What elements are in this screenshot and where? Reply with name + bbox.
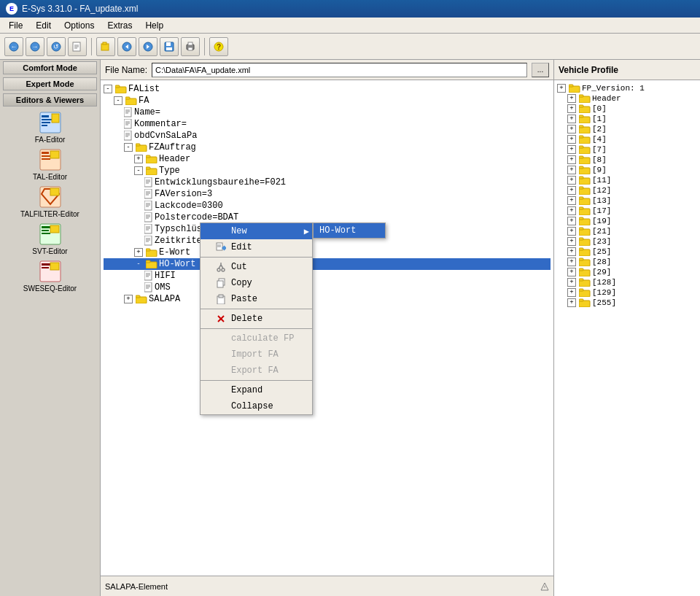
right-tree-item-13[interactable]: + [13] xyxy=(557,196,697,206)
right-tree-header[interactable]: + Header xyxy=(557,93,697,104)
submenu-howort[interactable]: HO-Wort xyxy=(314,223,385,238)
right-tree-item-1[interactable]: + [1] xyxy=(557,114,697,124)
right-tree-item-11[interactable]: + [11] xyxy=(557,175,697,185)
tree-node-fa[interactable]: - FA xyxy=(104,95,551,107)
right-tree-item-0[interactable]: + [0] xyxy=(557,104,697,114)
right-tree-item-4[interactable]: + [4] xyxy=(557,134,697,144)
tree-node-type[interactable]: - Type xyxy=(104,165,551,177)
ctx-delete[interactable]: Delete xyxy=(201,311,312,327)
right-tree-item-9[interactable]: + [9] xyxy=(557,165,697,175)
expand-salapa[interactable]: + xyxy=(124,295,133,303)
tree-node-polster[interactable]: Polstercode=BDAT xyxy=(104,212,551,223)
ctx-edit[interactable]: Edit xyxy=(201,239,312,255)
forward-button[interactable]: → xyxy=(26,37,44,56)
expand-right-[8][interactable]: + xyxy=(567,155,576,164)
right-tree[interactable]: + FP_Version: 1 + Header + [0] + [1] + [… xyxy=(554,80,700,596)
open-button[interactable] xyxy=(96,37,115,56)
back-button[interactable]: ← xyxy=(4,37,23,56)
tree-node-obdcvn[interactable]: obdCvnSaLaPa xyxy=(104,130,551,142)
expand-right-[9][interactable]: + xyxy=(567,166,576,174)
expand-fzauftrag[interactable]: - xyxy=(124,143,133,152)
menu-help[interactable]: Help xyxy=(139,19,169,32)
menu-extras[interactable]: Extras xyxy=(101,19,138,32)
right-tree-item-23[interactable]: + [23] xyxy=(557,236,697,247)
expand-header[interactable]: + xyxy=(134,155,143,163)
expand-right-[1][interactable]: + xyxy=(567,115,576,123)
expand-right-[29][interactable]: + xyxy=(567,268,576,276)
expand-right-[23][interactable]: + xyxy=(567,237,576,246)
right-tree-item-129[interactable]: + [129] xyxy=(557,287,697,298)
right-tree-item-2[interactable]: + [2] xyxy=(557,124,697,134)
next-button[interactable] xyxy=(139,37,158,56)
ctx-cut[interactable]: Cut xyxy=(201,259,312,275)
expand-right-[12][interactable]: + xyxy=(567,186,576,195)
tree-node-howort[interactable]: - HO-Wort xyxy=(104,258,551,270)
print-button[interactable] xyxy=(181,37,200,56)
tree-node-entw[interactable]: Entwicklungsbaureihe=F021 xyxy=(104,177,551,188)
tree-node-ewort[interactable]: + E-Wort xyxy=(104,247,551,258)
ctx-paste[interactable]: Paste xyxy=(201,291,312,307)
tree-node-falist[interactable]: - FAList xyxy=(104,83,551,95)
sidebar-item-svt-editor[interactable]: SVT-Editor xyxy=(0,220,100,257)
expand-right-[4][interactable]: + xyxy=(567,135,576,144)
menu-options[interactable]: Options xyxy=(58,19,100,32)
expand-right-[2][interactable]: + xyxy=(567,125,576,133)
right-tree-item-21[interactable]: + [21] xyxy=(557,226,697,236)
right-tree-item-255[interactable]: + [255] xyxy=(557,298,697,308)
expand-right-[129][interactable]: + xyxy=(567,288,576,297)
expand-type[interactable]: - xyxy=(134,166,143,175)
ctx-new[interactable]: New ▶ xyxy=(201,223,312,239)
sidebar-item-sweseq-editor[interactable]: SWESEQ-Editor xyxy=(0,257,100,294)
help-button[interactable]: ? xyxy=(209,37,228,56)
right-tree-fpversion[interactable]: + FP_Version: 1 xyxy=(557,83,697,93)
right-tree-item-17[interactable]: + [17] xyxy=(557,206,697,216)
right-tree-item-25[interactable]: + [25] xyxy=(557,247,697,257)
tree-node-oms[interactable]: OMS xyxy=(104,282,551,293)
tree-node-fzauftrag[interactable]: - FZAuftrag xyxy=(104,142,551,153)
sidebar-item-fa-editor[interactable]: FA-Editor xyxy=(0,108,100,145)
right-tree-item-12[interactable]: + [12] xyxy=(557,185,697,196)
expand-right-[25][interactable]: + xyxy=(567,247,576,256)
ctx-expand[interactable]: Expand xyxy=(201,382,312,398)
right-tree-item-128[interactable]: + [128] xyxy=(557,277,697,287)
expand-fa[interactable]: - xyxy=(114,96,122,105)
new-button[interactable] xyxy=(68,37,87,56)
expand-right-[128][interactable]: + xyxy=(567,278,576,287)
expand-ewort[interactable]: + xyxy=(134,248,143,257)
expand-falist[interactable]: - xyxy=(104,85,112,93)
tree-node-header[interactable]: + Header xyxy=(104,153,551,165)
save-button[interactable] xyxy=(160,37,179,56)
file-path-input[interactable] xyxy=(152,63,527,77)
right-tree-item-29[interactable]: + [29] xyxy=(557,267,697,277)
tree-node-hifi[interactable]: HIFI xyxy=(104,270,551,282)
browse-button[interactable]: ... xyxy=(532,63,549,77)
expand-right-[19][interactable]: + xyxy=(567,217,576,225)
tree-node-faversion[interactable]: FAVersion=3 xyxy=(104,188,551,200)
right-tree-item-8[interactable]: + [8] xyxy=(557,155,697,165)
expand-right-[7][interactable]: + xyxy=(567,145,576,154)
menu-file[interactable]: File xyxy=(3,19,28,32)
tree-node-lackcode[interactable]: Lackcode=0300 xyxy=(104,200,551,212)
expand-right-[21][interactable]: + xyxy=(567,227,576,236)
right-tree-item-19[interactable]: + [19] xyxy=(557,216,697,226)
tree-node-kommentar[interactable]: Kommentar= xyxy=(104,118,551,130)
expand-right-[13][interactable]: + xyxy=(567,196,576,205)
ctx-copy[interactable]: Copy xyxy=(201,275,312,291)
expert-mode-button[interactable]: Expert Mode xyxy=(3,77,97,90)
prev-button[interactable] xyxy=(117,37,136,56)
expand-right-[11][interactable]: + xyxy=(567,176,576,185)
right-tree-item-28[interactable]: + [28] xyxy=(557,257,697,267)
sidebar-item-tal-editor[interactable]: TAL-Editor xyxy=(0,145,100,182)
right-tree-item-7[interactable]: + [7] xyxy=(557,144,697,155)
expand-howort[interactable]: - xyxy=(134,260,143,268)
expand-right-header[interactable]: + xyxy=(567,94,576,103)
tree-area[interactable]: - FAList - FA Name= Kommentar= obdCvnSaL… xyxy=(101,80,553,576)
expand-right-[17][interactable]: + xyxy=(567,206,576,215)
refresh-button[interactable]: ↺ xyxy=(47,37,66,56)
expand-right-[28][interactable]: + xyxy=(567,258,576,266)
comfort-mode-button[interactable]: Comfort Mode xyxy=(3,61,97,74)
tree-node-salapa[interactable]: + SALAPA xyxy=(104,293,551,305)
expand-right-[0][interactable]: + xyxy=(567,104,576,113)
tree-node-name[interactable]: Name= xyxy=(104,107,551,118)
expand-fpversion[interactable]: + xyxy=(557,84,566,93)
